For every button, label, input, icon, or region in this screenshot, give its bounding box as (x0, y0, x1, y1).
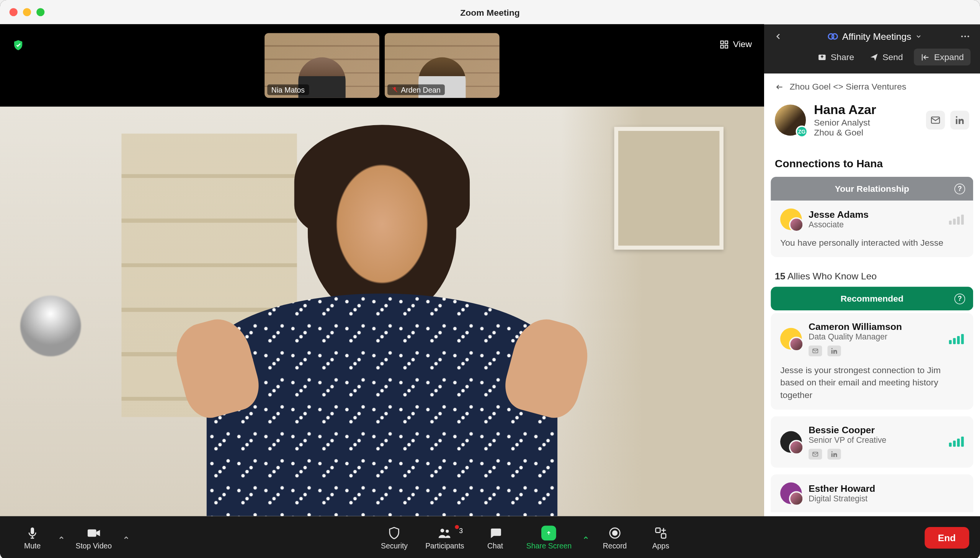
signal-strength-icon (949, 437, 964, 446)
ally-role: Digital Strategist (809, 494, 964, 503)
window-minimize-button[interactable] (23, 8, 31, 16)
help-icon[interactable]: ? (954, 183, 965, 194)
view-label: View (733, 39, 752, 49)
video-thumbnails: Nia Matos Arden Dean (264, 33, 499, 98)
expand-button[interactable]: Expand (914, 49, 970, 66)
ally-avatar (780, 431, 802, 452)
svg-rect-1 (725, 41, 728, 43)
notification-dot-icon (455, 525, 459, 529)
relationship-role: Associate (809, 220, 942, 230)
video-area: View Nia Matos (0, 24, 764, 516)
ally-name: Esther Howard (809, 483, 964, 494)
svg-point-20 (440, 529, 444, 533)
relationship-desc: You have personally interacted with Jess… (780, 237, 964, 249)
thumbnail-2-label: Arden Dean (387, 84, 445, 95)
ally-role: Data Quality Manager (809, 332, 942, 342)
ally-linkedin-icon[interactable] (827, 346, 841, 356)
svg-point-21 (446, 530, 449, 533)
signal-strength-icon (949, 214, 964, 224)
your-relationship-card: Your Relationship ? Jesse Adams Associat… (771, 177, 973, 257)
video-options-chevron[interactable] (121, 528, 131, 548)
svg-point-7 (964, 36, 966, 37)
stop-video-button[interactable]: Stop Video (69, 522, 119, 554)
encryption-shield-icon[interactable] (12, 39, 25, 51)
profile-company: Zhou & Goel (814, 128, 918, 138)
relationship-avatar[interactable] (780, 208, 802, 230)
titlebar: Zoom Meeting (0, 0, 980, 24)
window-title: Zoom Meeting (0, 7, 980, 17)
sidebar-back-button[interactable] (774, 32, 790, 41)
chat-button[interactable]: Chat (474, 522, 517, 554)
svg-rect-17 (831, 453, 832, 457)
share-options-chevron[interactable] (581, 528, 591, 548)
window-fullscreen-button[interactable] (36, 8, 44, 16)
breadcrumb[interactable]: Zhou Goel <> Sierra Ventures (764, 74, 980, 100)
breadcrumb-back-icon[interactable] (775, 82, 785, 92)
share-screen-icon (542, 525, 556, 540)
your-relationship-header: Your Relationship ? (771, 177, 973, 200)
sidebar-title[interactable]: Affinity Meetings (796, 31, 953, 42)
svg-rect-24 (656, 528, 660, 533)
help-icon[interactable]: ? (954, 293, 965, 304)
affinity-logo-icon (827, 31, 838, 42)
linkedin-button[interactable] (950, 111, 969, 130)
svg-point-5 (832, 34, 837, 39)
ally-desc: Jesse is your strongest connection to Ji… (780, 364, 964, 401)
security-button[interactable]: Security (373, 522, 416, 554)
svg-point-23 (612, 531, 617, 535)
affinity-sidebar: Affinity Meetings Share Send (764, 24, 980, 516)
traffic-lights (10, 8, 45, 16)
signal-strength-icon (949, 334, 964, 344)
thumbnail-1[interactable]: Nia Matos (264, 33, 379, 98)
ally-email-icon[interactable] (809, 346, 822, 356)
meeting-toolbar: Mute Stop Video Security 3 (0, 516, 980, 558)
sidebar-more-button[interactable] (960, 31, 970, 42)
svg-point-15 (831, 348, 832, 350)
record-button[interactable]: Record (593, 522, 637, 554)
profile-name: Hana Azar (814, 103, 918, 118)
svg-point-18 (831, 451, 832, 452)
ally-role: Senior VP of Creative (809, 435, 942, 445)
participants-button[interactable]: 3 Participants (419, 522, 471, 554)
ally-name: Bessie Cooper (809, 424, 942, 435)
svg-rect-0 (721, 41, 724, 43)
ally-name: Cameron Williamson (809, 322, 942, 332)
share-screen-button[interactable]: Share Screen (519, 522, 578, 554)
sidebar-header: Affinity Meetings Share Send (764, 24, 980, 74)
view-button[interactable]: View (720, 39, 752, 49)
sidebar-body: Zhou Goel <> Sierra Ventures ZG Hana Aza… (764, 74, 980, 516)
participants-icon (437, 525, 452, 540)
ally-email-icon[interactable] (809, 448, 822, 459)
svg-rect-2 (721, 45, 724, 48)
send-button[interactable]: Send (865, 49, 907, 65)
ally-item-3[interactable]: Esther Howard Digital Strategist (771, 474, 973, 512)
record-icon (607, 525, 622, 540)
allies-heading: 15 Allies Who Know Leo (764, 265, 980, 287)
mute-button[interactable]: Mute (11, 522, 54, 554)
video-top-strip: View Nia Matos (0, 24, 764, 107)
video-icon (86, 525, 101, 540)
end-button[interactable]: End (924, 527, 969, 548)
ally-item-1[interactable]: Cameron Williamson Data Quality Manager … (771, 313, 973, 409)
active-speaker-video[interactable] (0, 107, 764, 516)
share-button[interactable]: Share (813, 49, 858, 65)
recommended-header: Recommended ? (771, 287, 973, 311)
app-window: Zoom Meeting View Nia Matos (0, 0, 980, 558)
email-button[interactable] (926, 111, 945, 130)
ally-linkedin-icon[interactable] (827, 448, 841, 459)
chevron-down-icon (915, 33, 922, 40)
apps-button[interactable]: Apps (639, 522, 683, 554)
thumbnail-2[interactable]: Arden Dean (385, 33, 499, 98)
relationship-name: Jesse Adams (809, 209, 942, 220)
window-close-button[interactable] (10, 8, 18, 16)
apps-icon (653, 525, 668, 540)
avatar-company-badge: ZG (796, 126, 808, 138)
ally-avatar (780, 482, 802, 504)
mute-options-chevron[interactable] (57, 528, 66, 548)
svg-point-6 (961, 36, 963, 37)
profile-avatar[interactable]: ZG (775, 105, 806, 136)
svg-point-8 (967, 36, 969, 37)
ally-item-2[interactable]: Bessie Cooper Senior VP of Creative (771, 416, 973, 467)
shield-icon (387, 525, 402, 540)
svg-rect-19 (88, 529, 97, 537)
